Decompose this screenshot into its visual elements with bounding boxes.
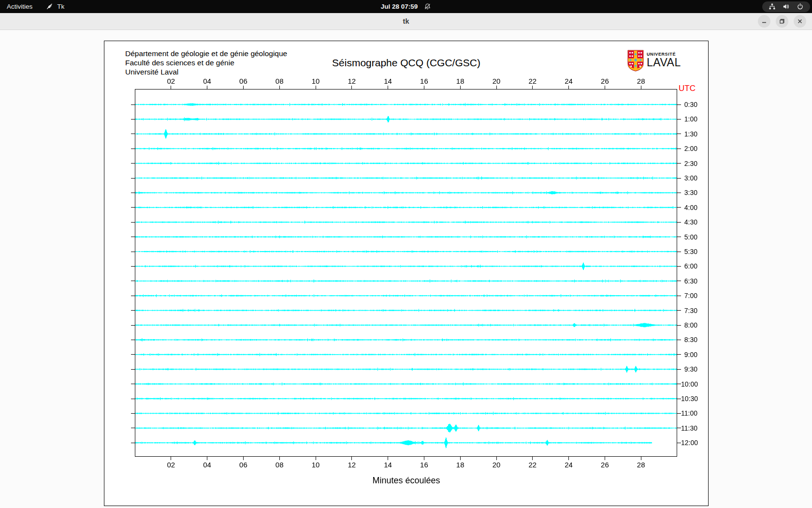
row-time-label: 5:00 bbox=[681, 233, 697, 241]
x-tick-top bbox=[460, 86, 461, 89]
row-time-label: 2:00 bbox=[681, 145, 697, 152]
row-tick-right bbox=[677, 119, 681, 120]
row-tick-left bbox=[131, 178, 135, 179]
row-time-label: 9:30 bbox=[681, 365, 697, 373]
x-tick-label-bottom: 04 bbox=[198, 461, 217, 469]
clock-button[interactable]: Jul 28 07:59 bbox=[374, 0, 438, 13]
seismogram-traces-canvas bbox=[104, 41, 708, 506]
x-tick-bottom bbox=[424, 457, 424, 460]
x-tick-label-bottom: 12 bbox=[342, 461, 362, 469]
x-tick-label-bottom: 20 bbox=[487, 461, 506, 469]
row-tick-right bbox=[677, 281, 681, 281]
row-tick-left bbox=[131, 252, 135, 252]
row-time-label: 11:30 bbox=[681, 424, 697, 432]
x-tick-label-bottom: 06 bbox=[233, 461, 253, 469]
x-tick-label-top: 06 bbox=[233, 77, 253, 85]
x-tick-label-top: 24 bbox=[559, 77, 579, 85]
x-tick-top bbox=[532, 86, 533, 89]
quick-settings-button[interactable] bbox=[762, 1, 810, 12]
row-tick-left bbox=[131, 149, 135, 149]
x-tick-label-top: 12 bbox=[342, 77, 362, 85]
x-tick-label-bottom: 26 bbox=[595, 461, 614, 469]
row-tick-right bbox=[677, 266, 681, 267]
row-tick-left bbox=[131, 296, 135, 296]
row-tick-right bbox=[677, 105, 681, 105]
row-tick-right bbox=[677, 354, 681, 355]
row-time-label: 3:00 bbox=[681, 174, 697, 182]
row-time-label: 12:00 bbox=[681, 439, 697, 447]
row-time-label: 10:00 bbox=[681, 380, 697, 388]
row-time-label: 3:30 bbox=[681, 189, 697, 196]
row-tick-right bbox=[677, 149, 681, 149]
x-tick-label-top: 28 bbox=[631, 77, 651, 85]
row-tick-left bbox=[131, 443, 135, 443]
x-tick-label-top: 10 bbox=[306, 77, 325, 85]
x-tick-label-bottom: 22 bbox=[523, 461, 542, 469]
x-tick-top bbox=[605, 86, 605, 89]
row-time-label: 8:30 bbox=[681, 336, 697, 344]
x-tick-top bbox=[424, 86, 424, 89]
x-tick-bottom bbox=[532, 457, 533, 460]
row-tick-left bbox=[131, 237, 135, 237]
row-time-label: 9:00 bbox=[681, 351, 697, 359]
x-tick-label-bottom: 02 bbox=[161, 461, 181, 469]
focused-app-menu[interactable]: Tk bbox=[39, 0, 71, 13]
row-tick-left bbox=[131, 325, 135, 326]
x-tick-top bbox=[279, 86, 280, 89]
row-tick-right bbox=[677, 443, 681, 443]
row-tick-right bbox=[677, 296, 681, 296]
x-tick-label-bottom: 18 bbox=[450, 461, 470, 469]
row-tick-right bbox=[677, 134, 681, 134]
row-tick-left bbox=[131, 399, 135, 399]
x-tick-top bbox=[388, 86, 388, 89]
row-tick-right bbox=[677, 413, 681, 414]
x-tick-label-top: 04 bbox=[198, 77, 217, 85]
minimize-button[interactable] bbox=[758, 15, 770, 28]
row-tick-left bbox=[131, 413, 135, 414]
row-time-label: 0:30 bbox=[681, 101, 697, 108]
row-tick-left bbox=[131, 428, 135, 428]
row-time-label: 4:00 bbox=[681, 204, 697, 211]
maximize-button[interactable] bbox=[776, 15, 788, 28]
row-tick-left bbox=[131, 354, 135, 355]
restore-icon bbox=[779, 18, 785, 24]
row-tick-left bbox=[131, 384, 135, 384]
x-tick-bottom bbox=[351, 457, 352, 460]
x-tick-label-bottom: 28 bbox=[631, 461, 651, 469]
volume-icon bbox=[783, 3, 790, 10]
x-tick-bottom bbox=[316, 457, 316, 460]
row-time-label: 5:30 bbox=[681, 248, 697, 255]
tk-feather-icon bbox=[46, 3, 53, 10]
x-tick-label-bottom: 24 bbox=[559, 461, 579, 469]
row-time-label: 2:30 bbox=[681, 160, 697, 167]
power-icon bbox=[797, 3, 804, 10]
notifications-muted-icon bbox=[424, 3, 431, 10]
x-tick-top bbox=[243, 86, 244, 89]
row-tick-left bbox=[131, 310, 135, 311]
row-tick-right bbox=[677, 369, 681, 370]
row-tick-right bbox=[677, 252, 681, 252]
x-tick-bottom bbox=[496, 457, 497, 460]
x-tick-top bbox=[496, 86, 497, 89]
network-wired-icon bbox=[768, 3, 776, 10]
row-tick-left bbox=[131, 105, 135, 105]
top-bar-right bbox=[762, 0, 810, 13]
x-tick-top bbox=[351, 86, 352, 89]
row-time-label: 7:30 bbox=[681, 307, 697, 314]
row-tick-right bbox=[677, 428, 681, 428]
x-tick-label-bottom: 16 bbox=[414, 461, 434, 469]
window-controls bbox=[758, 15, 806, 28]
x-tick-label-top: 20 bbox=[487, 77, 506, 85]
row-tick-right bbox=[677, 325, 681, 326]
row-tick-left bbox=[131, 207, 135, 208]
minimize-icon bbox=[761, 18, 767, 24]
x-tick-top bbox=[316, 86, 316, 89]
activities-button[interactable]: Activities bbox=[0, 0, 39, 13]
row-time-label: 4:30 bbox=[681, 218, 697, 226]
x-tick-label-bottom: 10 bbox=[306, 461, 325, 469]
x-tick-bottom bbox=[207, 457, 207, 460]
x-tick-top bbox=[641, 86, 641, 89]
close-button[interactable] bbox=[794, 15, 806, 28]
x-tick-bottom bbox=[568, 457, 569, 460]
row-tick-left bbox=[131, 134, 135, 134]
